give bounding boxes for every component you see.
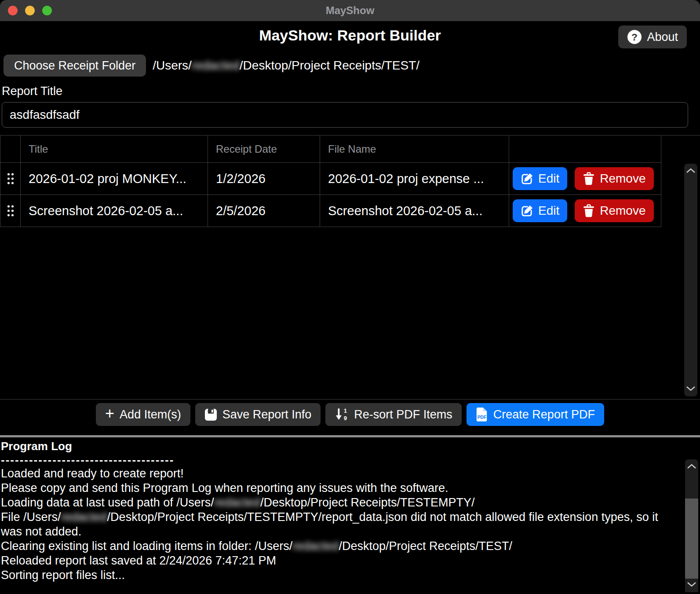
column-header-actions — [509, 136, 661, 162]
table-scrollbar[interactable] — [684, 164, 697, 396]
sort-numeric-down-icon: 19 — [335, 407, 349, 422]
drag-handle[interactable] — [0, 195, 21, 227]
svg-text:1: 1 — [344, 407, 347, 414]
minimize-button[interactable] — [25, 6, 35, 15]
log-line: Clearing existing list and loading items… — [1, 539, 669, 554]
handle-column-header — [0, 136, 21, 162]
save-floppy-icon — [204, 408, 217, 421]
svg-text:9: 9 — [344, 415, 347, 422]
log-line: File /Users/redacted/Desktop/Project Rec… — [1, 510, 669, 539]
header: MayShow: Report Builder ? About — [0, 21, 700, 51]
window-title: MayShow — [326, 4, 375, 17]
table-header-row: Title Receipt Date File Name — [0, 136, 661, 163]
edit-label: Edit — [538, 204, 559, 218]
chevron-down-icon[interactable] — [687, 581, 696, 589]
add-items-label: Add Item(s) — [120, 408, 181, 422]
program-log-title: Program Log — [1, 439, 669, 453]
svg-text:PDF: PDF — [478, 415, 487, 420]
chevron-up-icon[interactable] — [686, 167, 696, 175]
cell-file-name: 2026-01-02 proj expense ... — [320, 163, 509, 194]
choose-receipt-folder-button[interactable]: Choose Receipt Folder — [4, 55, 146, 77]
log-line: Sorting report files list... — [1, 568, 669, 583]
remove-label: Remove — [600, 172, 645, 186]
column-header-file-name: File Name — [320, 136, 509, 162]
about-label: About — [647, 30, 678, 44]
chevron-down-icon[interactable] — [686, 385, 696, 393]
cell-receipt-date: 1/2/2026 — [208, 163, 320, 194]
zoom-button[interactable] — [42, 6, 52, 15]
log-scrollbar[interactable] — [685, 459, 698, 592]
receipt-folder-path: /Users/redacted/Desktop/Project Receipts… — [153, 59, 419, 73]
close-button[interactable] — [8, 6, 18, 15]
trash-icon — [583, 204, 595, 217]
save-report-info-button[interactable]: Save Report Info — [195, 403, 321, 426]
create-report-pdf-label: Create Report PDF — [493, 408, 595, 422]
pencil-square-icon — [521, 205, 533, 217]
items-table: Title Receipt Date File Name 2026-01-02 … — [0, 135, 700, 400]
cell-title: 2026-01-02 proj MONKEY... — [21, 163, 208, 194]
log-line: Loaded and ready to create report! — [1, 466, 669, 481]
log-line: Please copy and send this Program Log wh… — [1, 481, 669, 495]
redacted-username: redacted — [292, 539, 339, 553]
pdf-file-icon: PDF — [476, 407, 488, 422]
edit-label: Edit — [538, 172, 559, 186]
trash-icon — [583, 172, 595, 185]
svg-text:?: ? — [632, 31, 638, 43]
log-line: Loading data at last used path of /Users… — [1, 495, 669, 510]
edit-button[interactable]: Edit — [513, 167, 567, 190]
cell-actions: Edit Remove — [509, 195, 661, 227]
add-items-button[interactable]: + Add Item(s) — [96, 403, 190, 426]
path-suffix: /Desktop/Project Receipts/TEST/ — [240, 59, 419, 72]
plus-icon: + — [105, 406, 114, 422]
log-dashed-line: ------------------------------------- — [1, 453, 669, 466]
redacted-username: redacted — [214, 496, 260, 509]
pencil-square-icon — [521, 172, 533, 185]
traffic-lights — [8, 6, 52, 15]
resort-pdf-items-label: Re-sort PDF Items — [354, 408, 452, 422]
table-row: Screenshot 2026-02-05 a... 2/5/2026 Scre… — [0, 195, 661, 227]
question-circle-icon: ? — [627, 29, 642, 44]
create-report-pdf-button[interactable]: PDF Create Report PDF — [467, 403, 604, 426]
column-header-title: Title — [21, 136, 208, 162]
chevron-up-icon[interactable] — [687, 463, 696, 471]
resort-pdf-items-button[interactable]: 19 Re-sort PDF Items — [325, 403, 462, 426]
log-lines: Loaded and ready to create report!Please… — [1, 466, 669, 583]
remove-button[interactable]: Remove — [575, 199, 653, 222]
titlebar: MayShow — [0, 0, 700, 21]
scrollbar-thumb[interactable] — [685, 499, 698, 579]
about-button[interactable]: ? About — [618, 26, 687, 48]
page-title: MayShow: Report Builder — [0, 21, 700, 44]
remove-label: Remove — [600, 204, 645, 218]
save-report-info-label: Save Report Info — [222, 408, 312, 422]
redacted-username: redacted — [192, 59, 240, 72]
folder-row: Choose Receipt Folder /Users/redacted/De… — [4, 55, 700, 77]
footer-actions: + Add Item(s) Save Report Info 19 Re-sor… — [0, 400, 700, 431]
program-log: Program Log ----------------------------… — [0, 437, 700, 592]
path-prefix: /Users/ — [153, 59, 192, 72]
column-header-receipt-date: Receipt Date — [208, 136, 320, 162]
cell-receipt-date: 2/5/2026 — [208, 195, 320, 227]
drag-handle[interactable] — [0, 163, 21, 194]
report-title-input[interactable] — [2, 102, 688, 128]
remove-button[interactable]: Remove — [575, 167, 653, 190]
report-title-label: Report Title — [2, 84, 700, 98]
redacted-username: redacted — [61, 510, 107, 524]
edit-button[interactable]: Edit — [513, 199, 567, 222]
log-line: Reloaded report last saved at 2/24/2026 … — [1, 554, 669, 568]
table-row: 2026-01-02 proj MONKEY... 1/2/2026 2026-… — [0, 163, 661, 195]
grip-icon — [7, 205, 15, 217]
cell-file-name: Screenshot 2026-02-05 a... — [320, 195, 509, 227]
cell-actions: Edit Remove — [509, 163, 661, 194]
cell-title: Screenshot 2026-02-05 a... — [21, 195, 208, 227]
grip-icon — [7, 172, 15, 185]
app-window: MayShow MayShow: Report Builder ? About … — [0, 0, 700, 594]
